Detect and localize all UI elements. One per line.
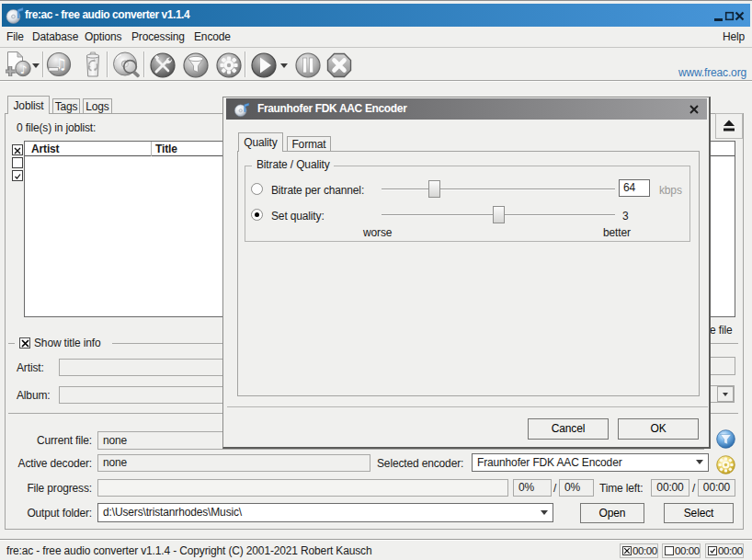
- time-value: 00:00: [675, 545, 700, 556]
- toolbar-separator: [143, 51, 145, 77]
- signal-processing-button[interactable]: [716, 429, 735, 449]
- column-divider[interactable]: [151, 142, 152, 156]
- svg-text:♪: ♪: [20, 63, 28, 76]
- scale-better-label: better: [603, 226, 631, 239]
- configure-encoder-icon[interactable]: [215, 51, 243, 79]
- bitrate-quality-group-label: Bitrate / Quality: [252, 158, 334, 172]
- window-titlebar: fre:ac - free audio converter v1.1.4: [2, 4, 750, 27]
- menu-file[interactable]: File: [6, 27, 24, 47]
- remove-entry-icon[interactable]: ♫: [46, 51, 72, 77]
- show-title-info-checkbox[interactable]: [19, 337, 30, 349]
- maximize-button[interactable]: [723, 4, 734, 27]
- add-files-icon[interactable]: ♪: [5, 51, 32, 77]
- bitrate-radio[interactable]: [251, 183, 263, 195]
- active-decoder-label: Active decoder:: [8, 457, 92, 470]
- separator-line: [8, 343, 15, 344]
- selected-encoder-label: Selected encoder:: [377, 457, 463, 470]
- toggle-selection-button[interactable]: [12, 170, 23, 181]
- select-none-button[interactable]: [12, 157, 23, 168]
- unchecked-icon: [665, 546, 674, 555]
- menu-bar: File Database Options Processing Encode …: [0, 27, 752, 48]
- eject-button[interactable]: [715, 113, 743, 139]
- start-encoding-dropdown-arrow[interactable]: [280, 63, 288, 68]
- dialog-title: Fraunhofer FDK AAC Encoder: [257, 98, 406, 120]
- column-title[interactable]: Title: [155, 143, 177, 155]
- dialog-close-icon[interactable]: [689, 105, 699, 114]
- time-value: 00:00: [718, 545, 743, 556]
- bitrate-label: Bitrate per channel:: [271, 184, 364, 197]
- freac-website-link[interactable]: www.freac.org: [678, 66, 746, 79]
- quality-slider-thumb[interactable]: [493, 206, 505, 223]
- encoder-config-dialog: Fraunhofer FDK AAC Encoder Quality Forma…: [222, 97, 711, 449]
- quality-radio[interactable]: [251, 209, 263, 221]
- joblist-count-label: 0 file(s) in joblist:: [17, 121, 96, 134]
- window-title: fre:ac - free audio converter v1.1.4: [25, 4, 189, 27]
- checked-tick-icon: [708, 546, 717, 555]
- select-all-button[interactable]: [12, 144, 23, 155]
- active-decoder-field: none: [97, 454, 370, 472]
- toolbar-separator: [107, 51, 108, 77]
- column-artist[interactable]: Artist: [31, 143, 59, 155]
- ok-button[interactable]: OK: [618, 418, 699, 440]
- tab-joblist[interactable]: Joblist: [7, 96, 50, 114]
- bitrate-value-field[interactable]: 64: [619, 179, 650, 197]
- general-settings-icon[interactable]: [149, 51, 177, 79]
- scale-worse-label: worse: [363, 226, 392, 239]
- menu-help[interactable]: Help: [723, 27, 745, 47]
- pause-encoding-icon[interactable]: [294, 51, 322, 79]
- add-files-dropdown-arrow[interactable]: [32, 63, 40, 68]
- query-cddb-icon[interactable]: [112, 51, 142, 78]
- eject-icon: [716, 114, 742, 138]
- dialog-tab-format[interactable]: Format: [287, 136, 331, 152]
- dialog-tab-quality[interactable]: Quality: [238, 132, 283, 152]
- encoder-combo-arrow-icon[interactable]: [696, 460, 703, 464]
- output-folder-arrow-icon[interactable]: [541, 510, 548, 515]
- tab-logs[interactable]: Logs: [83, 98, 112, 114]
- combo-arrow-icon: [723, 393, 728, 396]
- output-folder-combobox[interactable]: d:\Users\tristanrhodes\Music\: [97, 503, 553, 522]
- quality-value: 3: [622, 210, 629, 223]
- progress-slash: /: [553, 482, 556, 495]
- selected-encoder-combobox[interactable]: Fraunhofer FDK AAC Encoder: [472, 453, 709, 472]
- time-selected-cell: 00:00: [620, 543, 658, 558]
- select-button[interactable]: Select: [664, 503, 734, 523]
- status-text: fre:ac - free audio converter v1.1.4 - C…: [6, 544, 371, 557]
- checkbox-x-icon: [20, 338, 31, 349]
- start-encoding-icon[interactable]: [250, 51, 278, 79]
- app-window: fre:ac - free audio converter v1.1.4 Fil…: [0, 0, 752, 560]
- menu-options[interactable]: Options: [85, 27, 121, 47]
- single-file-label-fragment: e file: [710, 325, 734, 337]
- percent-done-field: 0%: [513, 479, 552, 497]
- minimize-button[interactable]: [710, 4, 720, 27]
- toolbar-separator: [42, 51, 44, 77]
- open-button[interactable]: Open: [580, 503, 644, 523]
- clear-joblist-icon[interactable]: [81, 51, 105, 77]
- tab-tags[interactable]: Tags: [52, 98, 80, 114]
- dialog-icon: [234, 101, 250, 118]
- menu-database[interactable]: Database: [32, 27, 78, 47]
- menu-processing[interactable]: Processing: [131, 27, 185, 47]
- status-bar: fre:ac - free audio converter v1.1.4 - C…: [0, 539, 752, 560]
- checked-x-icon: [622, 546, 632, 555]
- close-button[interactable]: [735, 4, 746, 27]
- time-unselected-cell: 00:00: [662, 543, 701, 558]
- signal-processing-icon[interactable]: [182, 51, 210, 79]
- bitrate-slider-thumb[interactable]: [428, 180, 440, 198]
- bitrate-unit-label: kbps: [659, 184, 682, 197]
- artist-label: Artist:: [17, 361, 44, 374]
- active-tab-gap: [8, 113, 49, 114]
- file-progress-label: File progress:: [18, 482, 92, 495]
- bitrate-slider-track[interactable]: [382, 189, 615, 189]
- time-left-label: Time left:: [599, 482, 643, 495]
- cancel-button[interactable]: Cancel: [528, 418, 609, 440]
- time-value: 00:00: [632, 545, 657, 556]
- configure-encoder-button[interactable]: [716, 455, 735, 474]
- toggle-check-icon: [13, 172, 22, 181]
- radio-dot: [255, 212, 259, 217]
- menu-encode[interactable]: Encode: [194, 27, 231, 47]
- file-progress-bar: [97, 479, 508, 497]
- time-left-field: 00:00: [651, 479, 689, 497]
- stop-encoding-icon[interactable]: [325, 51, 353, 79]
- output-folder-label: Output folder:: [18, 507, 92, 520]
- genre-combo-arrow-button[interactable]: [717, 386, 734, 402]
